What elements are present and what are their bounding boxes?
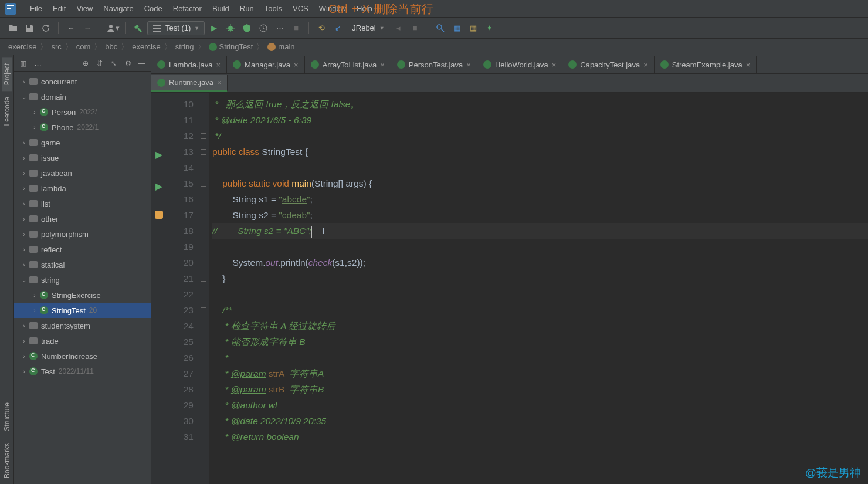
menu-vcs[interactable]: VCS	[287, 4, 314, 13]
crumb-exercise[interactable]: exercise	[6, 42, 39, 51]
tool-tab-leetcode[interactable]: Leetcode	[2, 91, 12, 131]
structure-highlight-icon[interactable]: ▦	[466, 21, 480, 35]
code-line-20[interactable]: System.out.println(check(s1,s2));	[212, 255, 868, 270]
line-number[interactable]: 18	[168, 223, 194, 239]
hammer-build-icon[interactable]	[131, 21, 145, 35]
menu-build[interactable]: Build	[207, 4, 235, 13]
code-line-30[interactable]: * @date 2022/10/9 20:35	[212, 413, 868, 429]
git-update-icon[interactable]: ↙	[331, 21, 345, 35]
line-number[interactable]: 31	[168, 429, 194, 445]
line-number[interactable]: 23	[168, 302, 194, 318]
close-tab-icon[interactable]: ×	[552, 60, 557, 69]
tree-item-stringexercise[interactable]: ›StringExercise	[14, 287, 151, 303]
tree-item-domain[interactable]: ⌄domain	[14, 89, 151, 104]
editor-tab-runtime-java[interactable]: Runtime.java×	[151, 75, 228, 92]
code-line-24[interactable]: * 检查字符串 A 经过旋转后	[212, 318, 868, 334]
line-number[interactable]: 10	[168, 96, 194, 112]
code-line-15[interactable]: public static void main(String[] args) {	[212, 175, 868, 191]
editor-tab-capacitytest-java[interactable]: CapacityTest.java×	[562, 56, 654, 73]
close-tab-icon[interactable]: ×	[746, 60, 751, 69]
crumb-bbc[interactable]: bbc	[103, 42, 120, 51]
line-number[interactable]: 26	[168, 350, 194, 365]
crumb-exercise[interactable]: exercise	[130, 42, 162, 51]
run-marker-icon[interactable]: ▶	[151, 175, 168, 191]
menu-code[interactable]: Code	[139, 4, 168, 13]
find-icon[interactable]	[433, 21, 447, 35]
line-number[interactable]: 20	[168, 255, 194, 270]
menu-edit[interactable]: Edit	[48, 4, 71, 13]
close-tab-icon[interactable]: ×	[216, 60, 221, 69]
save-all-icon[interactable]	[22, 21, 36, 35]
close-tab-icon[interactable]: ×	[643, 60, 648, 69]
line-number[interactable]: 16	[168, 191, 194, 207]
open-icon[interactable]	[6, 21, 20, 35]
jr-stop-icon[interactable]: ■	[408, 21, 422, 35]
menu-view[interactable]: View	[71, 4, 98, 13]
line-number[interactable]: 27	[168, 365, 194, 381]
collapse-all-icon[interactable]: ⤡	[108, 58, 119, 69]
tree-item-lambda[interactable]: ›lambda	[14, 181, 151, 196]
tree-item-trade[interactable]: ›trade	[14, 333, 151, 348]
profile-run-icon[interactable]	[256, 21, 270, 35]
line-number[interactable]: 12	[168, 128, 194, 144]
tree-item-test[interactable]: ›Test2022/11/11	[14, 364, 151, 379]
tree-item-stringtest[interactable]: ›StringTest20	[14, 303, 151, 318]
code-line-23[interactable]: /**	[212, 302, 868, 318]
editor-tab-streamexample-java[interactable]: StreamExample.java×	[655, 56, 757, 73]
stop-icon[interactable]: ■	[289, 21, 303, 35]
tool-tab-bookmarks[interactable]: Bookmarks	[2, 437, 12, 484]
run-configuration-dropdown[interactable]: Test (1) ▼	[147, 21, 205, 35]
line-number[interactable]: 21	[168, 270, 194, 286]
crumb-src[interactable]: src	[49, 42, 63, 51]
tree-item-other[interactable]: ›other	[14, 211, 151, 226]
tree-item-concurrent[interactable]: ›concurrent	[14, 74, 151, 89]
code-line-31[interactable]: * @return boolean	[212, 429, 868, 445]
code-content[interactable]: * 那么返回 true，反之返回 false。 * @date 2021/6/5…	[209, 93, 868, 484]
tree-item-string[interactable]: ⌄string	[14, 272, 151, 287]
code-editor[interactable]: ▶▶ 1011121314151617181920212223242526272…	[151, 93, 868, 484]
line-number[interactable]: 17	[168, 207, 194, 223]
line-number[interactable]: 15	[168, 175, 194, 191]
back-icon[interactable]: ←	[64, 21, 78, 35]
select-open-file-icon[interactable]: ⊕	[80, 58, 91, 69]
editor-tab-helloworld-java[interactable]: HelloWorld.java×	[477, 56, 562, 73]
project-view-icon[interactable]: ▥	[18, 58, 28, 69]
debug-icon[interactable]	[223, 21, 238, 35]
editor-tab-lambda-java[interactable]: Lambda.java×	[151, 56, 227, 73]
code-line-26[interactable]: *	[212, 350, 868, 365]
refresh-icon[interactable]	[39, 21, 53, 35]
line-number[interactable]: 24	[168, 318, 194, 334]
line-number[interactable]: 30	[168, 413, 194, 429]
code-line-10[interactable]: * 那么返回 true，反之返回 false。	[212, 96, 868, 112]
tree-item-reflect[interactable]: ›reflect	[14, 242, 151, 257]
code-line-25[interactable]: * 能否形成字符串 B	[212, 334, 868, 350]
tool-tab-project[interactable]: Project	[2, 57, 12, 91]
structure-diff-icon[interactable]: ▦	[450, 21, 464, 35]
line-number[interactable]: 11	[168, 112, 194, 128]
code-line-19[interactable]	[212, 239, 868, 255]
menu-refactor[interactable]: Refactor	[168, 4, 207, 13]
menu-run[interactable]: Run	[235, 4, 259, 13]
close-tab-icon[interactable]: ×	[380, 60, 385, 69]
tool-tab-structure[interactable]: Structure	[2, 397, 12, 437]
line-number[interactable]: 29	[168, 397, 194, 413]
code-line-11[interactable]: * @date 2021/6/5 - 6:39	[212, 112, 868, 128]
line-number[interactable]: 22	[168, 286, 194, 302]
tree-item-person[interactable]: ›Person2022/	[14, 104, 151, 120]
code-line-21[interactable]: }	[212, 270, 868, 286]
plugin-icon[interactable]: ✦	[483, 21, 497, 35]
crumb-main[interactable]: main	[265, 42, 297, 52]
expand-all-icon[interactable]: ⇵	[94, 58, 105, 69]
code-line-16[interactable]: String s1 = "abcde";	[212, 191, 868, 207]
code-line-27[interactable]: * @param strA 字符串A	[212, 365, 868, 381]
tree-item-javabean[interactable]: ›javabean	[14, 165, 151, 181]
editor-tab-persontest-java[interactable]: PersonTest.java×	[391, 56, 477, 73]
code-line-28[interactable]: * @param strB 字符串B	[212, 381, 868, 397]
hide-panel-icon[interactable]: —	[137, 58, 147, 69]
attach-icon[interactable]: ⋯	[273, 21, 287, 35]
fold-toggle-icon[interactable]	[198, 302, 209, 318]
project-tree[interactable]: ›concurrent⌄domain›Person2022/›Phone2022…	[14, 72, 151, 484]
run-icon[interactable]: ▶	[207, 21, 221, 35]
line-number[interactable]: 14	[168, 160, 194, 175]
code-line-13[interactable]: public class StringTest {	[212, 144, 868, 160]
